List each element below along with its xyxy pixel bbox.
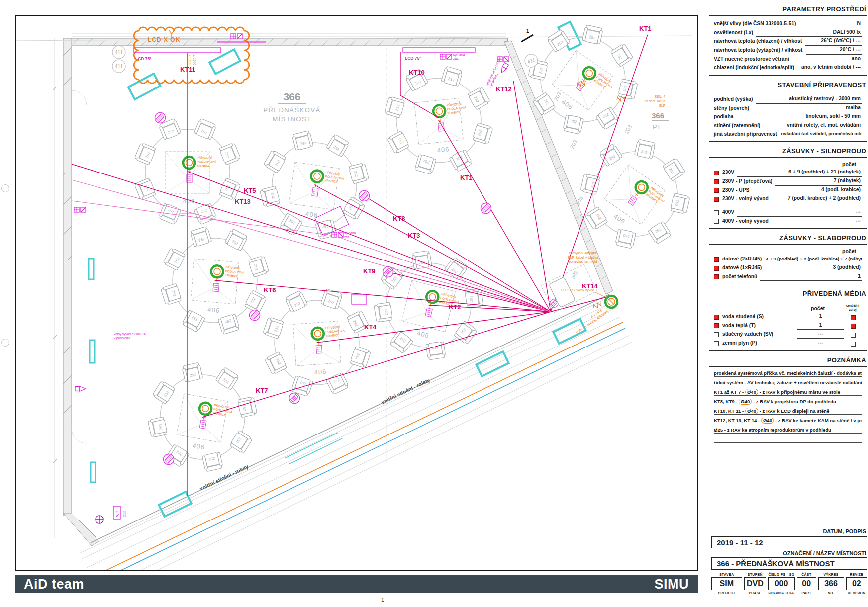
svg-text:zás.: zás. bbox=[344, 235, 350, 239]
st-note: S, T bbox=[115, 510, 119, 517]
lcd-screen-icon bbox=[403, 48, 475, 52]
blinds-label-2: vnitřní stínění - rolety bbox=[380, 377, 431, 405]
building-code: 000 bbox=[768, 577, 795, 590]
panel-build: podhled (výška)akustický rastrový - 3000… bbox=[709, 91, 867, 142]
datum-header: DATUM, PODPIS bbox=[709, 528, 866, 534]
footer-bar: AiD team SIMU bbox=[15, 575, 698, 593]
room-203-label: 203 bbox=[553, 91, 562, 102]
lcd-left-label: LCD 75° bbox=[135, 56, 152, 61]
cloud-note: LCD X OK bbox=[148, 36, 180, 43]
svg-text:v podhledu: v podhledu bbox=[114, 336, 130, 340]
kt12-label: KT12 bbox=[496, 86, 512, 93]
kt4-label: KT4 bbox=[364, 323, 377, 331]
company-logo: AiD team bbox=[24, 577, 84, 592]
lock-note: zamykání katedry: bbox=[569, 251, 597, 255]
drawing-no: 366 bbox=[818, 577, 844, 590]
socket-marker-white bbox=[714, 210, 719, 215]
slp-outlet-note: SLP: 16× volný vývod bbox=[561, 288, 594, 292]
dim-215: 215 bbox=[122, 510, 127, 517]
lcd-wall-top: LCD 75° spínaná zás. bbox=[403, 48, 475, 61]
free-outlet-floor-note: volný vývod 5×16/10A v podhledu bbox=[114, 332, 146, 340]
svg-text:SLP: SLP bbox=[659, 104, 665, 107]
svg-text:zás.: zás. bbox=[453, 57, 459, 60]
panel-env-title: PARAMETRY PROSTŘEDÍ bbox=[710, 5, 866, 13]
panel-note-title: POZNÁMKA bbox=[710, 356, 866, 364]
project-logo: SIMU bbox=[655, 577, 689, 592]
panel-data: počet datové (2×RJ45)4 + 3 (podhled) + 2… bbox=[709, 244, 867, 284]
svg-text:v. 1600: v. 1600 bbox=[193, 55, 196, 65]
phase-code: DVD bbox=[744, 577, 766, 590]
panel-build-title: STAVEBNÍ PŘIPRAVENOST bbox=[710, 81, 866, 88]
lcd-screen-icon bbox=[134, 48, 221, 53]
datum-value: 2019 - 11 - 12 bbox=[711, 536, 867, 548]
kt3-label: KT3 bbox=[408, 232, 420, 239]
kt8-label: KT8 bbox=[393, 215, 405, 222]
kt11-label: KT11 bbox=[180, 66, 195, 73]
row-label: vnější vlivy (dle ČSN 332000-5-51) bbox=[714, 20, 799, 28]
svg-text:SLP: kabel + čtečka: SLP: kabel + čtečka bbox=[568, 256, 598, 259]
right-wall-devices: volný vývod 5×16/10A v podhledu bbox=[485, 56, 509, 88]
panel-note: prosklená systémová příčka vč. meziskeln… bbox=[709, 366, 867, 449]
room-name: PŘEDNÁŠKOVÁ bbox=[263, 106, 320, 114]
kt10-label: KT10 bbox=[409, 69, 425, 76]
panel-env: vnější vlivy (dle ČSN 332000-5-51)N osvě… bbox=[709, 15, 867, 76]
note-line: prosklená systémová příčka vč. meziskeln… bbox=[714, 370, 862, 377]
project-code: SIM bbox=[711, 577, 742, 590]
room-title: 366 PŘEDNÁŠKOVÁ MÍSTNOST bbox=[263, 91, 320, 123]
kt7-label: KT7 bbox=[256, 387, 268, 394]
esil-note: ESIL: 4 bbox=[655, 95, 666, 98]
svg-text:203: 203 bbox=[569, 139, 578, 150]
svg-text:1: 1 bbox=[526, 28, 529, 34]
panel-data-title: ZÁSUVKY - SLABOPROUD bbox=[710, 234, 866, 242]
room-header: OZNAČENÍ / NÁZEV MÍSTNOSTI bbox=[709, 550, 866, 556]
svg-text:203: 203 bbox=[575, 195, 584, 206]
blind-boxes bbox=[89, 22, 586, 517]
kt6-label: KT6 bbox=[264, 286, 276, 294]
kt1-corner-label: KT1 bbox=[639, 25, 652, 32]
page-number: 1 bbox=[381, 597, 384, 603]
count-header: počet bbox=[714, 161, 862, 167]
part-code: 00 bbox=[797, 577, 816, 590]
floor-plan: ŽS2 PŘÍVODNÍ PODLAHOVÁ KRABICE bbox=[16, 16, 697, 570]
adjacent-room: 203 203 203 203 303 366 PE ESIL: 4 na sa… bbox=[509, 16, 697, 280]
svg-text:volný vývod 5×16/10A: volný vývod 5×16/10A bbox=[114, 332, 146, 336]
socket-marker-red bbox=[714, 171, 719, 175]
kt13-label: KT13 bbox=[235, 198, 251, 205]
info-sidebar: PARAMETRY PROSTŘEDÍ vnější vlivy (dle ČS… bbox=[709, 0, 867, 449]
kt1-label: KT1 bbox=[460, 174, 473, 181]
kt9-label: KT9 bbox=[363, 267, 376, 275]
svg-text:PE: PE bbox=[653, 123, 663, 131]
revision-no: 02 bbox=[846, 577, 867, 590]
room-number: 366 bbox=[283, 91, 300, 102]
panel-media-title: PŘIVEDENÁ MÉDIA bbox=[710, 290, 866, 297]
cloud-highlight: Ø40 bbox=[745, 389, 758, 395]
svg-text:spínaná: spínaná bbox=[344, 231, 356, 235]
hole-punch bbox=[1, 339, 9, 347]
switched-socket-label: spínaná bbox=[453, 53, 465, 57]
svg-text:203: 203 bbox=[623, 124, 633, 135]
drawing-frame: ŽS2 PŘÍVODNÍ PODLAHOVÁ KRABICE bbox=[15, 15, 698, 571]
svg-text:ponechat na místě: ponechat na místě bbox=[569, 260, 597, 264]
room-366-adj-label: 366 bbox=[652, 111, 664, 120]
central-header: centrální zdroj bbox=[843, 304, 862, 311]
titleblock-columns: STAVBASIMPROJECT STUPEŇDVDPHASE ČÍSLO PS… bbox=[711, 573, 867, 595]
kt5-label: KT5 bbox=[244, 187, 256, 194]
panel-media: početcentrální zdroj voda studená (S)1 v… bbox=[709, 300, 867, 350]
svg-text:MÍSTNOST: MÍSTNOST bbox=[272, 115, 311, 123]
svg-text:na sam. okruh: na sam. okruh bbox=[645, 99, 666, 103]
height-dim: v. 1600 bbox=[188, 55, 192, 65]
row-value: N bbox=[799, 19, 862, 28]
section-marker: 1 bbox=[521, 28, 533, 42]
room-303-label: 303 bbox=[570, 270, 579, 280]
panel-power: počet 230V6 + 9 (podhled) + 21 (nábytek)… bbox=[709, 157, 867, 229]
panel-power-title: ZÁSUVKY - SILNOPROUD bbox=[710, 147, 866, 155]
kt2-label: KT2 bbox=[449, 303, 461, 311]
bottom-left-devices: S, T 215 bbox=[96, 506, 127, 523]
room-name-value: 366 - PŘEDNÁŠKOVÁ MÍSTNOST bbox=[711, 557, 867, 570]
lcd-top-label: LCD 75° bbox=[405, 56, 421, 61]
hole-punch bbox=[1, 184, 9, 192]
